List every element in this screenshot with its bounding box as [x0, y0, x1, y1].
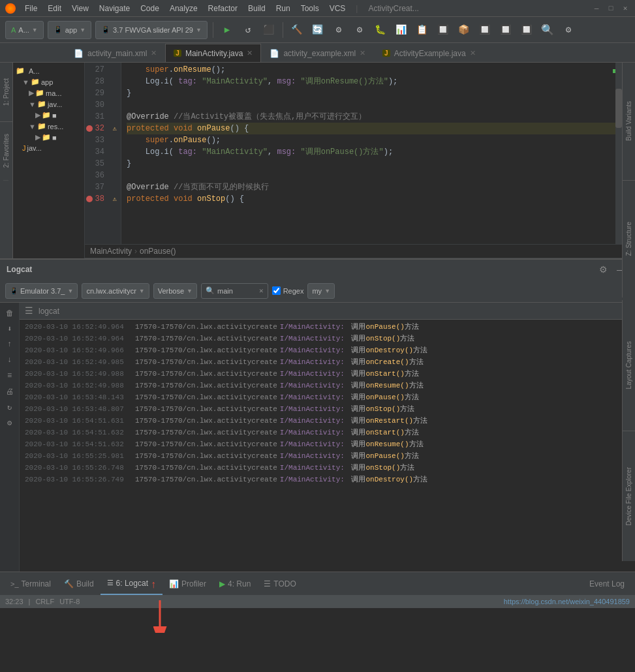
menu-code[interactable]: Code: [136, 3, 163, 14]
tab-mainactivity[interactable]: J MainActivity.java ✕: [165, 44, 261, 62]
todo-tab[interactable]: ☰ TODO: [257, 573, 302, 595]
tree-item-sub1[interactable]: ▶ 📁 ■: [13, 110, 84, 121]
layout-captures-tab[interactable]: Layout Captures: [622, 300, 635, 431]
tab-label-mainactivity: MainActivity.java: [185, 49, 243, 58]
regex-checkbox[interactable]: [272, 286, 281, 295]
tab-activity-example[interactable]: 📄 activity_example.xml ✕: [261, 44, 374, 62]
menu-navigate[interactable]: Navigate: [95, 3, 134, 14]
tools-icon-8[interactable]: 🔲: [476, 22, 493, 38]
tab-label-activityexample: ActivityExample.java: [394, 49, 466, 58]
settings-button[interactable]: ⚙: [560, 22, 577, 38]
tree-item-ma[interactable]: ▶ 📁 ma...: [13, 87, 84, 99]
scrollbar-thumb[interactable]: [615, 89, 622, 128]
logcat-body: 🗑 ⬇ ↑ ↓ ≡ 🖨 ↻ ⚙ ☰ logcat ⊞ 2020-03-10 16…: [0, 303, 635, 572]
tab-close-activity-example[interactable]: ✕: [360, 49, 365, 57]
logcat-search-input[interactable]: [217, 287, 256, 295]
tree-item-res-sub[interactable]: ▶ 📁 ■: [13, 132, 84, 143]
android-button[interactable]: 📱 app ▼: [48, 21, 91, 39]
menu-refactor[interactable]: Refactor: [204, 3, 241, 14]
menu-build[interactable]: Build: [244, 3, 270, 14]
logcat-entries[interactable]: 2020-03-10 16:52:49.964 17570-17570/cn.l…: [20, 320, 635, 572]
logcat-settings-side-btn[interactable]: ⚙: [3, 416, 16, 429]
filter-dropdown[interactable]: my ▼: [307, 283, 335, 299]
logcat-search-container[interactable]: 🔍 ✕: [201, 283, 268, 299]
logcat-up-btn[interactable]: ↑: [3, 338, 16, 351]
log-date-2: 2020-03-10 16:52:49.964: [25, 333, 132, 344]
tools-icon-5[interactable]: 📋: [414, 22, 431, 38]
logcat-wrap-btn[interactable]: ≡: [3, 369, 16, 382]
menu-view[interactable]: View: [68, 3, 93, 14]
tools-icon-1[interactable]: ⚙: [330, 22, 347, 38]
code-line-35: }: [127, 158, 617, 170]
tools-icon-3[interactable]: 🐛: [372, 22, 389, 38]
terminal-tab[interactable]: >_ Terminal: [4, 573, 57, 595]
emulator-dropdown[interactable]: 📱 Emulator 3.7_ ▼: [5, 283, 78, 299]
tab-close-mainactivity[interactable]: ✕: [247, 49, 253, 57]
vertical-scrollbar[interactable]: [615, 63, 622, 244]
device-button[interactable]: 📱 3.7 FWVGA slider API 29 ▼: [95, 21, 208, 39]
tree-item-java[interactable]: ▼ 📁 jav...: [13, 99, 84, 110]
menu-edit[interactable]: Edit: [44, 3, 65, 14]
minimize-button[interactable]: —: [592, 4, 601, 13]
run-tab[interactable]: ▶ 4: Run: [213, 573, 257, 595]
build-tab[interactable]: 🔨 Build: [57, 573, 101, 595]
regex-checkbox-container[interactable]: Regex: [272, 286, 304, 295]
stop-button[interactable]: ⬛: [260, 22, 277, 38]
logcat-tab-label: 6: Logcat: [116, 579, 148, 588]
close-button[interactable]: ✕: [621, 4, 630, 13]
project-side-tab[interactable]: 1: Project: [0, 63, 13, 121]
tools-icon-9[interactable]: 🔲: [497, 22, 514, 38]
maximize-button[interactable]: □: [606, 4, 615, 13]
status-link[interactable]: https://blog.csdn.net/weixin_440491859: [504, 598, 630, 605]
menu-vcs[interactable]: VCS: [326, 3, 350, 14]
tab-close-activityexample[interactable]: ✕: [470, 49, 476, 57]
device-file-tab[interactable]: Device File Explorer: [622, 431, 635, 562]
tools-icon-6[interactable]: 🔲: [435, 22, 452, 38]
favorites-side-tab[interactable]: 2: Favorites: [0, 121, 13, 181]
logcat-down-btn[interactable]: ↓: [3, 354, 16, 367]
search-clear-icon[interactable]: ✕: [259, 286, 264, 295]
menu-run[interactable]: Run: [272, 3, 294, 14]
tree-item-java2[interactable]: J jav...: [13, 143, 84, 153]
tab-close-activity-main[interactable]: ✕: [151, 49, 157, 57]
tree-label-sub1: ■: [52, 112, 57, 119]
structure-tab[interactable]: Z: Structure: [622, 180, 635, 298]
code-content[interactable]: super.onResume(); Log.i( tag: "MainActiv…: [121, 63, 622, 244]
run-button[interactable]: ▶: [219, 22, 236, 38]
tools-icon-7[interactable]: 📦: [456, 22, 472, 38]
build-variants-tab[interactable]: Build Variants: [622, 63, 635, 180]
sync-icon[interactable]: 🔄: [309, 22, 326, 38]
search-button[interactable]: 🔍: [539, 22, 556, 38]
level-dropdown[interactable]: Verbose ▼: [153, 283, 197, 299]
refresh-button[interactable]: ↺: [240, 22, 256, 38]
project-button[interactable]: A A... ▼: [5, 21, 44, 39]
logcat-tab[interactable]: ☰ 6: Logcat ↑: [101, 573, 163, 595]
menu-analyze[interactable]: Analyze: [166, 3, 202, 14]
project-label-bar[interactable]: 📁 A...: [13, 65, 84, 76]
tab-activity-main[interactable]: 📄 activity_main.xml ✕: [65, 44, 165, 62]
package-dropdown[interactable]: cn.lwx.activitycr ▼: [82, 283, 149, 299]
extra-gutter: ⚠ ⚠: [108, 63, 121, 244]
code-editor[interactable]: 27 28 29 30 31 32 33 34 35 36 37 38: [85, 63, 622, 244]
build-icon[interactable]: 🔨: [288, 22, 305, 38]
emulator-label: Emulator 3.7_: [20, 287, 65, 295]
logcat-clear-btn[interactable]: 🗑: [3, 307, 16, 320]
tools-icon-4[interactable]: 📊: [393, 22, 410, 38]
event-log-tab[interactable]: Event Log: [583, 573, 631, 595]
tree-item-app[interactable]: ▼ 📁 app: [13, 76, 84, 87]
menu-file[interactable]: File: [21, 3, 41, 14]
log-msg-13: 调用onStop()方法: [347, 463, 414, 473]
tools-icon-2[interactable]: ⚙: [351, 22, 368, 38]
tools-icon-10[interactable]: 🔲: [518, 22, 535, 38]
log-pid-12: 17570-17570/cn.lwx.activitycreate: [135, 451, 277, 461]
logcat-print-btn[interactable]: 🖨: [3, 385, 16, 398]
logcat-refresh-btn[interactable]: ↻: [3, 401, 16, 414]
logcat-settings-button[interactable]: ⚙: [596, 262, 610, 277]
tab-activityexample[interactable]: J ActivityExample.java ✕: [374, 44, 484, 62]
project-arrow: ▼: [32, 27, 38, 33]
logcat-sidebar: 🗑 ⬇ ↑ ↓ ≡ 🖨 ↻ ⚙: [0, 303, 20, 572]
logcat-scroll-btn[interactable]: ⬇: [3, 322, 16, 335]
tree-item-res[interactable]: ▼ 📁 res...: [13, 121, 84, 132]
profiler-tab[interactable]: 📊 Profiler: [163, 573, 213, 595]
menu-tools[interactable]: Tools: [297, 3, 323, 14]
